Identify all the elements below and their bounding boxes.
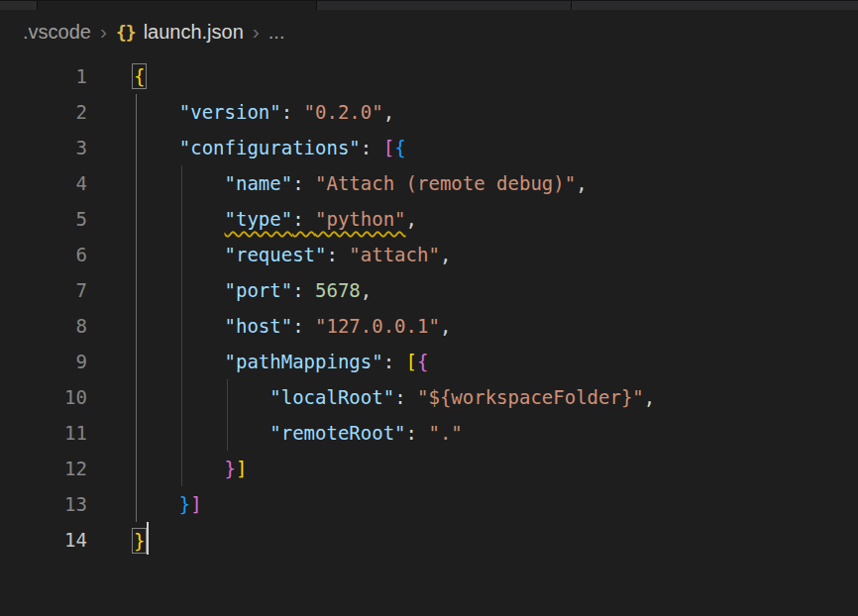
line-number: 6 <box>0 237 87 272</box>
code-token: [ <box>383 137 394 158</box>
code-token: : <box>394 386 417 408</box>
code-token <box>134 422 269 444</box>
code-line-6[interactable]: 6 "request": "attach", <box>0 237 858 272</box>
line-number: 8 <box>0 308 87 344</box>
code-token: [ <box>406 351 417 372</box>
code-token <box>134 172 225 194</box>
code-text: "request": "attach", <box>134 237 451 272</box>
line-number: 12 <box>0 451 87 486</box>
line-number: 5 <box>0 201 87 237</box>
code-token <box>134 493 179 515</box>
code-token: "type" <box>225 208 293 230</box>
code-token: : <box>292 315 315 337</box>
code-token: "${workspaceFolder}" <box>417 386 644 408</box>
code-token: } <box>225 458 236 479</box>
code-token: "version" <box>179 101 281 123</box>
breadcrumb-symbol-more[interactable]: ... <box>268 21 285 44</box>
code-token <box>134 279 225 301</box>
code-token: "port" <box>225 279 293 301</box>
code-token <box>134 315 225 337</box>
code-text: "version": "0.2.0", <box>134 94 394 130</box>
code-token: "." <box>428 422 462 444</box>
code-token: "attach" <box>349 244 440 265</box>
line-number: 14 <box>0 522 87 558</box>
code-line-14[interactable]: 14} <box>0 522 858 558</box>
code-text: } <box>134 522 149 558</box>
line-number: 10 <box>0 379 87 415</box>
code-token: : <box>292 172 315 194</box>
code-text: "pathMappings": [{ <box>134 344 428 379</box>
breadcrumb: .vscode › {} launch.json › ... <box>0 10 858 54</box>
code-token: } <box>179 493 190 515</box>
code-token <box>134 351 225 372</box>
code-text: "remoteRoot": "." <box>134 415 463 451</box>
code-line-3[interactable]: 3 "configurations": [{ <box>0 130 858 165</box>
code-token: "configurations" <box>179 137 361 158</box>
code-line-11[interactable]: 11 "remoteRoot": "." <box>0 415 858 451</box>
code-token <box>134 458 225 479</box>
code-line-4[interactable]: 4 "name": "Attach (remote debug)", <box>0 165 858 201</box>
code-token: : <box>292 279 315 301</box>
breadcrumb-file[interactable]: launch.json <box>144 21 244 44</box>
code-text: { <box>134 58 145 94</box>
code-token: ] <box>236 458 247 479</box>
chevron-right-icon: › <box>253 20 260 44</box>
editor[interactable]: 1{2 "version": "0.2.0",3 "configurations… <box>0 54 858 616</box>
text-cursor <box>147 522 149 555</box>
code-line-7[interactable]: 7 "port": 5678, <box>0 272 858 308</box>
code-token <box>134 244 225 265</box>
tab-separator <box>37 1 38 10</box>
code-token: , <box>361 279 372 301</box>
code-token <box>134 208 225 230</box>
active-tab-edge <box>38 1 316 10</box>
tab-separator <box>571 1 572 10</box>
code-text: "configurations": [{ <box>134 130 406 165</box>
code-line-10[interactable]: 10 "localRoot": "${workspaceFolder}", <box>0 379 858 415</box>
code-line-2[interactable]: 2 "version": "0.2.0", <box>0 94 858 130</box>
code-text: "localRoot": "${workspaceFolder}", <box>134 379 655 415</box>
tab-edge-mid <box>317 1 571 10</box>
code-token: ] <box>190 493 201 515</box>
tab-bar[interactable] <box>0 0 858 10</box>
code-token: : <box>361 137 383 158</box>
code-token <box>134 137 179 158</box>
code-line-1[interactable]: 1{ <box>0 58 858 94</box>
chevron-right-icon: › <box>100 20 107 44</box>
code-text: }] <box>134 451 247 486</box>
tab-edge-left <box>0 1 37 10</box>
code-token: "0.2.0" <box>304 101 383 123</box>
code-token: "Attach (remote debug)" <box>315 172 576 194</box>
code-token: "name" <box>225 172 293 194</box>
code-token: "request" <box>225 244 327 265</box>
code-line-5[interactable]: 5 "type": "python", <box>0 201 858 237</box>
code-token: 5678 <box>315 279 361 301</box>
line-number: 11 <box>0 415 87 451</box>
code-line-12[interactable]: 12 }] <box>0 451 858 486</box>
code-token: "localRoot" <box>269 386 394 408</box>
tab-separator <box>316 1 317 10</box>
code-token: , <box>576 172 587 194</box>
code-token: { <box>394 137 405 158</box>
line-number: 9 <box>0 344 87 379</box>
code-token: , <box>440 244 451 265</box>
code-token: : <box>292 208 315 230</box>
code-text: }] <box>134 486 202 522</box>
breadcrumb-folder[interactable]: .vscode <box>23 21 91 44</box>
code-text: "name": "Attach (remote debug)", <box>134 165 588 201</box>
code-lines: 1{2 "version": "0.2.0",3 "configurations… <box>0 58 858 558</box>
code-token: "pathMappings" <box>225 351 383 372</box>
line-number: 1 <box>0 58 87 94</box>
code-token <box>134 101 179 123</box>
code-line-9[interactable]: 9 "pathMappings": [{ <box>0 344 858 379</box>
matched-bracket: { <box>134 65 145 87</box>
line-number: 13 <box>0 486 87 522</box>
code-token: : <box>326 244 349 265</box>
json-braces-icon: {} <box>116 22 136 43</box>
code-line-8[interactable]: 8 "host": "127.0.0.1", <box>0 308 858 344</box>
code-token: , <box>440 315 451 337</box>
line-number: 4 <box>0 165 87 201</box>
tab-edge-right <box>572 1 858 10</box>
code-line-13[interactable]: 13 }] <box>0 486 858 522</box>
code-token: , <box>406 208 417 230</box>
code-token: "python" <box>315 208 406 230</box>
